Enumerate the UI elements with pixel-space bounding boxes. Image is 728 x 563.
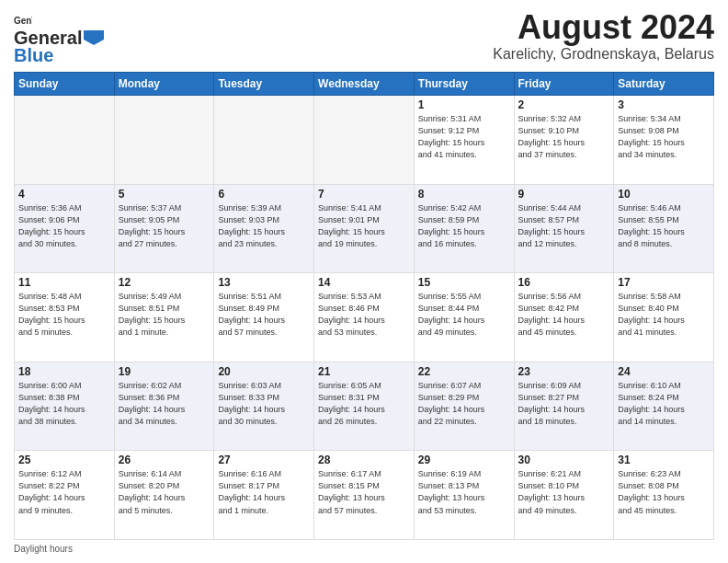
day-number: 20 bbox=[218, 365, 310, 378]
calendar-cell: 5Sunrise: 5:37 AM Sunset: 9:05 PM Daylig… bbox=[114, 184, 214, 273]
svg-text:General: General bbox=[14, 16, 32, 26]
day-number: 4 bbox=[18, 188, 110, 201]
calendar-week-2: 4Sunrise: 5:36 AM Sunset: 9:06 PM Daylig… bbox=[15, 184, 714, 273]
calendar-cell: 11Sunrise: 5:48 AM Sunset: 8:53 PM Dayli… bbox=[15, 273, 115, 362]
day-number: 7 bbox=[318, 188, 410, 201]
day-info: Sunrise: 6:02 AM Sunset: 8:36 PM Dayligh… bbox=[119, 380, 210, 428]
day-number: 28 bbox=[318, 454, 410, 466]
page-subtitle: Karelichy, Grodnenskaya, Belarus bbox=[493, 46, 714, 63]
day-info: Sunrise: 5:55 AM Sunset: 8:44 PM Dayligh… bbox=[418, 291, 510, 339]
calendar-cell: 15Sunrise: 5:55 AM Sunset: 8:44 PM Dayli… bbox=[414, 273, 514, 362]
day-number: 1 bbox=[418, 98, 510, 111]
day-info: Sunrise: 6:19 AM Sunset: 8:13 PM Dayligh… bbox=[418, 468, 510, 516]
calendar-cell: 10Sunrise: 5:46 AM Sunset: 8:55 PM Dayli… bbox=[614, 184, 714, 273]
weekday-header-friday: Friday bbox=[514, 73, 614, 96]
svg-marker-2 bbox=[84, 30, 104, 45]
logo-flag-icon bbox=[84, 30, 104, 45]
day-info: Sunrise: 6:07 AM Sunset: 8:29 PM Dayligh… bbox=[418, 380, 510, 428]
footer-text: Daylight hours bbox=[14, 544, 73, 554]
calendar-cell: 2Sunrise: 5:32 AM Sunset: 9:10 PM Daylig… bbox=[514, 96, 614, 185]
day-number: 14 bbox=[318, 276, 410, 289]
day-number: 12 bbox=[119, 276, 210, 289]
day-info: Sunrise: 5:53 AM Sunset: 8:46 PM Dayligh… bbox=[318, 291, 410, 339]
calendar-cell bbox=[314, 96, 415, 185]
calendar-cell: 27Sunrise: 6:16 AM Sunset: 8:17 PM Dayli… bbox=[214, 451, 314, 540]
calendar-cell: 3Sunrise: 5:34 AM Sunset: 9:08 PM Daylig… bbox=[614, 96, 714, 185]
day-info: Sunrise: 5:48 AM Sunset: 8:53 PM Dayligh… bbox=[18, 291, 110, 339]
calendar-header-row: SundayMondayTuesdayWednesdayThursdayFrid… bbox=[15, 73, 714, 96]
logo-icon: General bbox=[14, 15, 32, 28]
day-number: 16 bbox=[518, 276, 610, 289]
header: General General Blue August 2024 Karelic… bbox=[14, 9, 714, 66]
logo-blue: Blue bbox=[14, 45, 53, 66]
day-number: 26 bbox=[119, 454, 210, 466]
day-info: Sunrise: 5:41 AM Sunset: 9:01 PM Dayligh… bbox=[318, 202, 410, 250]
calendar-cell: 14Sunrise: 5:53 AM Sunset: 8:46 PM Dayli… bbox=[314, 273, 415, 362]
calendar-cell: 12Sunrise: 5:49 AM Sunset: 8:51 PM Dayli… bbox=[114, 273, 214, 362]
day-number: 8 bbox=[418, 188, 510, 201]
day-number: 10 bbox=[618, 188, 710, 201]
weekday-header-wednesday: Wednesday bbox=[314, 73, 415, 96]
day-number: 30 bbox=[518, 454, 610, 466]
day-number: 3 bbox=[618, 98, 710, 111]
day-info: Sunrise: 5:49 AM Sunset: 8:51 PM Dayligh… bbox=[119, 291, 210, 339]
day-info: Sunrise: 5:39 AM Sunset: 9:03 PM Dayligh… bbox=[218, 202, 310, 250]
day-number: 25 bbox=[18, 454, 110, 466]
calendar-cell: 23Sunrise: 6:09 AM Sunset: 8:27 PM Dayli… bbox=[514, 362, 614, 451]
day-info: Sunrise: 5:34 AM Sunset: 9:08 PM Dayligh… bbox=[618, 113, 710, 161]
day-number: 18 bbox=[18, 365, 110, 378]
calendar-cell: 22Sunrise: 6:07 AM Sunset: 8:29 PM Dayli… bbox=[414, 362, 514, 451]
day-number: 24 bbox=[618, 365, 710, 378]
calendar-week-3: 11Sunrise: 5:48 AM Sunset: 8:53 PM Dayli… bbox=[15, 273, 714, 362]
calendar-cell: 16Sunrise: 5:56 AM Sunset: 8:42 PM Dayli… bbox=[514, 273, 614, 362]
calendar-cell: 6Sunrise: 5:39 AM Sunset: 9:03 PM Daylig… bbox=[214, 184, 314, 273]
day-number: 19 bbox=[119, 365, 210, 378]
day-info: Sunrise: 6:09 AM Sunset: 8:27 PM Dayligh… bbox=[518, 380, 610, 428]
day-number: 27 bbox=[218, 454, 310, 466]
calendar-week-4: 18Sunrise: 6:00 AM Sunset: 8:38 PM Dayli… bbox=[15, 362, 714, 451]
title-block: August 2024 Karelichy, Grodnenskaya, Bel… bbox=[493, 9, 714, 63]
page-title: August 2024 bbox=[493, 9, 714, 46]
calendar-cell: 4Sunrise: 5:36 AM Sunset: 9:06 PM Daylig… bbox=[15, 184, 115, 273]
calendar-cell bbox=[214, 96, 314, 185]
calendar-cell: 31Sunrise: 6:23 AM Sunset: 8:08 PM Dayli… bbox=[614, 451, 714, 540]
day-info: Sunrise: 6:05 AM Sunset: 8:31 PM Dayligh… bbox=[318, 380, 410, 428]
day-number: 5 bbox=[119, 188, 210, 201]
weekday-header-monday: Monday bbox=[114, 73, 214, 96]
calendar-cell: 1Sunrise: 5:31 AM Sunset: 9:12 PM Daylig… bbox=[414, 96, 514, 185]
day-number: 29 bbox=[418, 454, 510, 466]
day-info: Sunrise: 6:00 AM Sunset: 8:38 PM Dayligh… bbox=[18, 380, 110, 428]
day-number: 9 bbox=[518, 188, 610, 201]
day-number: 11 bbox=[18, 276, 110, 289]
page: General General Blue August 2024 Karelic… bbox=[0, 0, 728, 563]
day-info: Sunrise: 5:51 AM Sunset: 8:49 PM Dayligh… bbox=[218, 291, 310, 339]
day-info: Sunrise: 6:03 AM Sunset: 8:33 PM Dayligh… bbox=[218, 380, 310, 428]
day-number: 22 bbox=[418, 365, 510, 378]
calendar-week-5: 25Sunrise: 6:12 AM Sunset: 8:22 PM Dayli… bbox=[15, 451, 714, 540]
day-number: 31 bbox=[618, 454, 710, 466]
day-info: Sunrise: 6:12 AM Sunset: 8:22 PM Dayligh… bbox=[18, 468, 110, 516]
day-number: 21 bbox=[318, 365, 410, 378]
weekday-header-saturday: Saturday bbox=[614, 73, 714, 96]
calendar-cell: 20Sunrise: 6:03 AM Sunset: 8:33 PM Dayli… bbox=[214, 362, 314, 451]
calendar-cell: 18Sunrise: 6:00 AM Sunset: 8:38 PM Dayli… bbox=[15, 362, 115, 451]
day-number: 23 bbox=[518, 365, 610, 378]
day-number: 15 bbox=[418, 276, 510, 289]
day-info: Sunrise: 6:14 AM Sunset: 8:20 PM Dayligh… bbox=[119, 468, 210, 516]
day-number: 17 bbox=[618, 276, 710, 289]
calendar-cell: 7Sunrise: 5:41 AM Sunset: 9:01 PM Daylig… bbox=[314, 184, 415, 273]
calendar-cell: 17Sunrise: 5:58 AM Sunset: 8:40 PM Dayli… bbox=[614, 273, 714, 362]
calendar-cell: 25Sunrise: 6:12 AM Sunset: 8:22 PM Dayli… bbox=[15, 451, 115, 540]
calendar-cell: 13Sunrise: 5:51 AM Sunset: 8:49 PM Dayli… bbox=[214, 273, 314, 362]
calendar-table: SundayMondayTuesdayWednesdayThursdayFrid… bbox=[14, 72, 714, 540]
day-number: 13 bbox=[218, 276, 310, 289]
day-info: Sunrise: 5:58 AM Sunset: 8:40 PM Dayligh… bbox=[618, 291, 710, 339]
day-info: Sunrise: 5:46 AM Sunset: 8:55 PM Dayligh… bbox=[618, 202, 710, 250]
calendar-cell: 21Sunrise: 6:05 AM Sunset: 8:31 PM Dayli… bbox=[314, 362, 415, 451]
calendar-cell: 29Sunrise: 6:19 AM Sunset: 8:13 PM Dayli… bbox=[414, 451, 514, 540]
day-info: Sunrise: 6:10 AM Sunset: 8:24 PM Dayligh… bbox=[618, 380, 710, 428]
day-info: Sunrise: 5:32 AM Sunset: 9:10 PM Dayligh… bbox=[518, 113, 610, 161]
calendar-cell bbox=[114, 96, 214, 185]
calendar-cell bbox=[15, 96, 115, 185]
day-info: Sunrise: 5:37 AM Sunset: 9:05 PM Dayligh… bbox=[119, 202, 210, 250]
